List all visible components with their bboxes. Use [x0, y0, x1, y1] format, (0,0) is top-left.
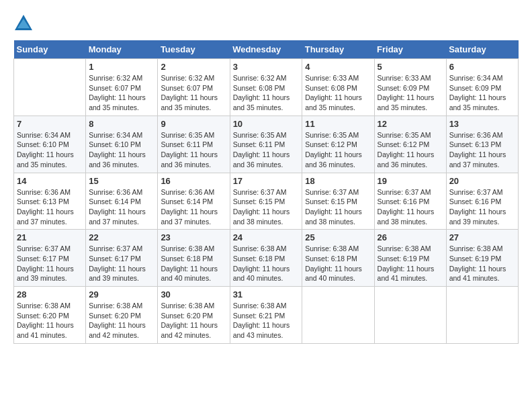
calendar-day-cell: 14Sunrise: 6:36 AM Sunset: 6:13 PM Dayli… — [14, 173, 86, 230]
calendar-table: SundayMondayTuesdayWednesdayThursdayFrid… — [13, 40, 519, 344]
calendar-day-cell: 5Sunrise: 6:33 AM Sunset: 6:09 PM Daylig… — [374, 59, 446, 116]
day-number: 6 — [449, 62, 515, 72]
day-number: 4 — [305, 62, 371, 72]
day-header-saturday: Saturday — [446, 40, 518, 59]
calendar-week-row: 7Sunrise: 6:34 AM Sunset: 6:10 PM Daylig… — [14, 116, 519, 173]
calendar-day-cell: 22Sunrise: 6:37 AM Sunset: 6:17 PM Dayli… — [86, 230, 158, 287]
calendar-day-cell: 8Sunrise: 6:34 AM Sunset: 6:10 PM Daylig… — [86, 116, 158, 173]
calendar-day-cell: 30Sunrise: 6:38 AM Sunset: 6:20 PM Dayli… — [158, 287, 230, 344]
logo — [13, 13, 36, 34]
day-number: 9 — [161, 119, 226, 129]
calendar-day-cell: 23Sunrise: 6:38 AM Sunset: 6:18 PM Dayli… — [158, 230, 230, 287]
calendar-day-cell: 17Sunrise: 6:37 AM Sunset: 6:15 PM Dayli… — [230, 173, 302, 230]
day-info: Sunrise: 6:38 AM Sunset: 6:19 PM Dayligh… — [449, 244, 515, 283]
day-info: Sunrise: 6:38 AM Sunset: 6:18 PM Dayligh… — [305, 244, 371, 283]
day-info: Sunrise: 6:37 AM Sunset: 6:16 PM Dayligh… — [378, 187, 443, 227]
day-number: 17 — [233, 176, 300, 186]
calendar-day-cell: 16Sunrise: 6:36 AM Sunset: 6:14 PM Dayli… — [158, 173, 230, 230]
day-number: 12 — [378, 119, 443, 129]
calendar-week-row: 1Sunrise: 6:32 AM Sunset: 6:07 PM Daylig… — [14, 59, 519, 116]
day-info: Sunrise: 6:32 AM Sunset: 6:07 PM Dayligh… — [161, 73, 226, 113]
day-number: 1 — [89, 62, 154, 72]
calendar-day-cell: 2Sunrise: 6:32 AM Sunset: 6:07 PM Daylig… — [158, 59, 230, 116]
day-info: Sunrise: 6:38 AM Sunset: 6:20 PM Dayligh… — [17, 301, 83, 340]
day-info: Sunrise: 6:32 AM Sunset: 6:07 PM Dayligh… — [89, 73, 154, 113]
day-info: Sunrise: 6:38 AM Sunset: 6:20 PM Dayligh… — [89, 301, 154, 340]
day-info: Sunrise: 6:38 AM Sunset: 6:20 PM Dayligh… — [161, 301, 226, 340]
calendar-day-cell: 18Sunrise: 6:37 AM Sunset: 6:15 PM Dayli… — [302, 173, 374, 230]
day-header-friday: Friday — [374, 40, 446, 59]
day-info: Sunrise: 6:35 AM Sunset: 6:12 PM Dayligh… — [305, 130, 371, 170]
day-number: 25 — [305, 232, 371, 242]
day-info: Sunrise: 6:37 AM Sunset: 6:17 PM Dayligh… — [17, 244, 83, 283]
day-info: Sunrise: 6:36 AM Sunset: 6:14 PM Dayligh… — [89, 187, 154, 227]
day-header-sunday: Sunday — [14, 40, 86, 59]
day-info: Sunrise: 6:34 AM Sunset: 6:10 PM Dayligh… — [17, 130, 83, 170]
day-header-wednesday: Wednesday — [230, 40, 302, 59]
calendar-day-cell — [302, 287, 374, 344]
day-number: 19 — [378, 176, 443, 186]
calendar-header-row: SundayMondayTuesdayWednesdayThursdayFrid… — [14, 40, 519, 59]
calendar-day-cell — [446, 287, 518, 344]
calendar-day-cell: 25Sunrise: 6:38 AM Sunset: 6:18 PM Dayli… — [302, 230, 374, 287]
day-number: 21 — [17, 232, 83, 242]
day-info: Sunrise: 6:37 AM Sunset: 6:16 PM Dayligh… — [449, 187, 515, 227]
day-number: 29 — [89, 289, 154, 300]
day-info: Sunrise: 6:38 AM Sunset: 6:18 PM Dayligh… — [233, 244, 300, 283]
day-info: Sunrise: 6:33 AM Sunset: 6:09 PM Dayligh… — [378, 73, 443, 113]
day-number: 13 — [449, 119, 515, 129]
calendar-day-cell: 7Sunrise: 6:34 AM Sunset: 6:10 PM Daylig… — [14, 116, 86, 173]
day-info: Sunrise: 6:38 AM Sunset: 6:21 PM Dayligh… — [233, 301, 300, 340]
day-info: Sunrise: 6:37 AM Sunset: 6:15 PM Dayligh… — [233, 187, 300, 227]
day-number: 3 — [233, 62, 300, 72]
calendar-day-cell: 21Sunrise: 6:37 AM Sunset: 6:17 PM Dayli… — [14, 230, 86, 287]
calendar-day-cell: 6Sunrise: 6:34 AM Sunset: 6:09 PM Daylig… — [446, 59, 518, 116]
day-number: 15 — [89, 176, 154, 186]
header — [13, 13, 519, 34]
day-info: Sunrise: 6:34 AM Sunset: 6:10 PM Dayligh… — [89, 130, 154, 170]
day-info: Sunrise: 6:38 AM Sunset: 6:19 PM Dayligh… — [378, 244, 443, 283]
calendar-week-row: 28Sunrise: 6:38 AM Sunset: 6:20 PM Dayli… — [14, 287, 519, 344]
day-number: 22 — [89, 232, 154, 242]
day-number: 31 — [233, 289, 300, 300]
calendar-day-cell: 12Sunrise: 6:35 AM Sunset: 6:12 PM Dayli… — [374, 116, 446, 173]
day-info: Sunrise: 6:35 AM Sunset: 6:12 PM Dayligh… — [378, 130, 443, 170]
calendar-day-cell: 11Sunrise: 6:35 AM Sunset: 6:12 PM Dayli… — [302, 116, 374, 173]
day-number: 7 — [17, 119, 83, 129]
calendar-day-cell: 3Sunrise: 6:32 AM Sunset: 6:08 PM Daylig… — [230, 59, 302, 116]
day-number: 2 — [161, 62, 226, 72]
day-number: 10 — [233, 119, 300, 129]
calendar-week-row: 14Sunrise: 6:36 AM Sunset: 6:13 PM Dayli… — [14, 173, 519, 230]
day-number: 18 — [305, 176, 371, 186]
day-info: Sunrise: 6:32 AM Sunset: 6:08 PM Dayligh… — [233, 73, 300, 113]
day-number: 11 — [305, 119, 371, 129]
day-number: 8 — [89, 119, 154, 129]
day-info: Sunrise: 6:38 AM Sunset: 6:18 PM Dayligh… — [161, 244, 226, 283]
day-info: Sunrise: 6:36 AM Sunset: 6:13 PM Dayligh… — [17, 187, 83, 227]
calendar-day-cell: 15Sunrise: 6:36 AM Sunset: 6:14 PM Dayli… — [86, 173, 158, 230]
day-info: Sunrise: 6:37 AM Sunset: 6:17 PM Dayligh… — [89, 244, 154, 283]
calendar-day-cell: 27Sunrise: 6:38 AM Sunset: 6:19 PM Dayli… — [446, 230, 518, 287]
day-number: 27 — [449, 232, 515, 242]
logo-icon — [13, 13, 34, 34]
day-header-monday: Monday — [86, 40, 158, 59]
day-number: 23 — [161, 232, 226, 242]
calendar-day-cell: 29Sunrise: 6:38 AM Sunset: 6:20 PM Dayli… — [86, 287, 158, 344]
calendar-day-cell: 9Sunrise: 6:35 AM Sunset: 6:11 PM Daylig… — [158, 116, 230, 173]
calendar-day-cell — [14, 59, 86, 116]
day-number: 30 — [161, 289, 226, 300]
calendar-day-cell: 24Sunrise: 6:38 AM Sunset: 6:18 PM Dayli… — [230, 230, 302, 287]
calendar-week-row: 21Sunrise: 6:37 AM Sunset: 6:17 PM Dayli… — [14, 230, 519, 287]
calendar-day-cell: 28Sunrise: 6:38 AM Sunset: 6:20 PM Dayli… — [14, 287, 86, 344]
calendar-day-cell: 19Sunrise: 6:37 AM Sunset: 6:16 PM Dayli… — [374, 173, 446, 230]
day-info: Sunrise: 6:33 AM Sunset: 6:08 PM Dayligh… — [305, 73, 371, 113]
day-info: Sunrise: 6:37 AM Sunset: 6:15 PM Dayligh… — [305, 187, 371, 227]
day-number: 14 — [17, 176, 83, 186]
day-info: Sunrise: 6:36 AM Sunset: 6:14 PM Dayligh… — [161, 187, 226, 227]
day-number: 20 — [449, 176, 515, 186]
day-info: Sunrise: 6:35 AM Sunset: 6:11 PM Dayligh… — [161, 130, 226, 170]
day-info: Sunrise: 6:36 AM Sunset: 6:13 PM Dayligh… — [449, 130, 515, 170]
day-info: Sunrise: 6:35 AM Sunset: 6:11 PM Dayligh… — [233, 130, 300, 170]
calendar-day-cell: 1Sunrise: 6:32 AM Sunset: 6:07 PM Daylig… — [86, 59, 158, 116]
day-number: 28 — [17, 289, 83, 300]
